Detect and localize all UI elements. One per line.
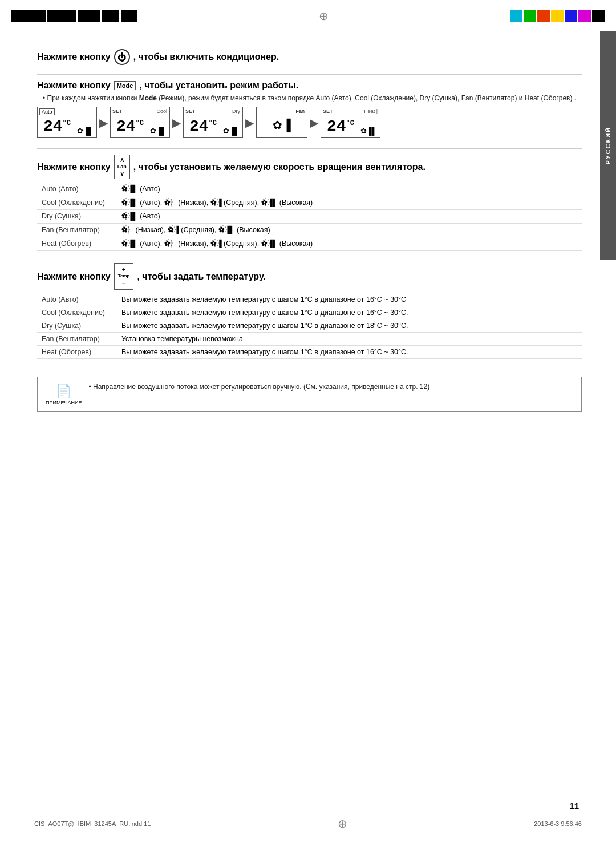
panel-cool: Cool SET 24°C ✿▐▌ xyxy=(110,107,170,138)
arrow-4: ▶ xyxy=(310,116,318,129)
section-temp-title: Нажмите кнопку + Temp − , чтобы задать т… xyxy=(37,263,582,290)
section-temp-title-pre: Нажмите кнопку xyxy=(37,272,111,282)
temp-btn-top: + xyxy=(122,265,125,273)
fan-mode-fan: Fan (Вентилятор) xyxy=(37,224,117,237)
display-cool: Cool SET 24°C ✿▐▌ xyxy=(110,107,170,138)
fan-row-cool: Cool (Охлаждение) ✿꙰▐▌ (Авто), ✿꙰▏ (Низк… xyxy=(37,196,582,210)
magenta-bar xyxy=(578,10,591,22)
display-dry: Dry SET 24°C ✿▐▌ xyxy=(183,107,243,138)
temp-mode-dry: Dry (Сушка) xyxy=(37,319,117,333)
blue-bar xyxy=(565,10,577,22)
note-section: 📄 ПРИМЕЧАНИЕ • Направление воздушного по… xyxy=(37,377,582,412)
fan-btn-mid: Fan xyxy=(117,164,127,170)
black-box-1 xyxy=(11,10,46,22)
fan-row-heat: Heat (Обогрев) ✿꙰▐▌ (Авто), ✿꙰▏ (Низкая)… xyxy=(37,237,582,251)
power-button-icon[interactable]: ⏻ xyxy=(114,49,130,65)
temp-table: Auto (Авто) Вы можете задавать желаемую … xyxy=(37,293,582,359)
fan-desc-auto: ✿꙰▐▌ (Авто) xyxy=(117,183,582,196)
section-power-title: Нажмите кнопку ⏻ , чтобы включить кондиц… xyxy=(37,49,582,65)
cyan-bar xyxy=(510,10,522,22)
section-temp-title-post: , чтобы задать температуру. xyxy=(137,272,265,282)
note-content: Направление воздушного потока может регу… xyxy=(93,383,429,391)
mode-bullet-text: • При каждом нажатии кнопки Mode (Режим)… xyxy=(43,94,582,102)
black-box-3 xyxy=(78,10,100,22)
fan-mode-dry: Dry (Сушка) xyxy=(37,210,117,224)
mode-bullet-content: При каждом нажатии кнопки Mode (Режим), … xyxy=(47,94,577,102)
display-heat: Heat | SET 24°C ✿▐▌ xyxy=(321,107,380,138)
temp-mode-heat: Heat (Обогрев) xyxy=(37,346,117,359)
dry-icons: ✿▐▌ xyxy=(223,127,240,135)
temp-mode-fan: Fan (Вентилятор) xyxy=(37,333,117,346)
panel-fan: Fan ✿▐ xyxy=(256,107,307,138)
temp-desc-heat: Вы можете задавать желаемую температуру … xyxy=(117,346,582,359)
panel-auto: Auto 24°C ✿▐▌ xyxy=(37,107,97,138)
temp-desc-cool: Вы можете задавать желаемую температуру … xyxy=(117,306,582,319)
temp-button[interactable]: + Temp − xyxy=(114,263,134,290)
fan-btn-bottom: ∨ xyxy=(120,170,124,177)
dry-set-label: SET xyxy=(185,108,196,114)
fan-mode-heat: Heat (Обогрев) xyxy=(37,237,117,251)
black-box-5 xyxy=(121,10,137,22)
auto-label: Auto xyxy=(39,108,55,115)
red-bar xyxy=(537,10,550,22)
black-box-4 xyxy=(102,10,119,22)
footer-right: 2013-6-3 9:56:46 xyxy=(534,820,582,827)
section-mode-title: Нажмите кнопку Mode , чтобы установить р… xyxy=(37,80,582,91)
page-number: 11 xyxy=(569,801,579,811)
display-auto: Auto 24°C ✿▐▌ xyxy=(37,107,97,138)
fan-desc-heat: ✿꙰▐▌ (Авто), ✿꙰▏ (Низкая), ✿꙰▐ (Средняя)… xyxy=(117,237,582,251)
heat-icons: ✿▐▌ xyxy=(360,127,377,135)
dry-mode-label: Dry xyxy=(232,108,240,114)
auto-icons: ✿▐▌ xyxy=(77,127,94,135)
section-temp: Нажмите кнопку + Temp − , чтобы задать т… xyxy=(37,257,582,365)
cool-mode-label: Cool xyxy=(156,108,167,114)
temp-row-fan: Fan (Вентилятор) Установка температуры н… xyxy=(37,333,582,346)
arrow-1: ▶ xyxy=(99,116,108,129)
temp-row-auto: Auto (Авто) Вы можете задавать желаемую … xyxy=(37,293,582,306)
heat-set-label: SET xyxy=(323,108,333,114)
sidebar-language-label: РУССКИЙ xyxy=(600,31,616,260)
note-text: • Направление воздушного потока может ре… xyxy=(88,383,429,391)
temp-desc-auto: Вы можете задавать желаемую температуру … xyxy=(117,293,582,306)
section-mode-title-post: , чтобы установить режим работы. xyxy=(139,80,298,91)
fan-speed-button[interactable]: ∧ Fan ∨ xyxy=(114,155,130,179)
temp-btn-mid: Temp xyxy=(118,273,130,279)
section-power-title-pre: Нажмите кнопку xyxy=(37,52,111,62)
yellow-bar xyxy=(551,10,564,22)
arrow-2: ▶ xyxy=(172,116,181,129)
fan-row-fan: Fan (Вентилятор) ✿꙰▏ (Низкая), ✿꙰▐ (Сред… xyxy=(37,224,582,237)
center-target-mark: ⊕ xyxy=(319,9,329,23)
section-fan-title-pre: Нажмите кнопку xyxy=(37,162,111,172)
fan-row-dry: Dry (Сушка) ✿꙰▐▌ (Авто) xyxy=(37,210,582,224)
section-fan-title-post: , чтобы установить желаемую скорость вра… xyxy=(133,162,425,172)
fan-desc-cool: ✿꙰▐▌ (Авто), ✿꙰▏ (Низкая), ✿꙰▐ (Средняя)… xyxy=(117,196,582,210)
footer-target-mark: ⊕ xyxy=(338,817,347,831)
temp-row-cool: Cool (Охлаждение) Вы можете задавать жел… xyxy=(37,306,582,319)
black-bar xyxy=(592,10,605,22)
fan-desc-dry: ✿꙰▐▌ (Авто) xyxy=(117,210,582,224)
temp-row-dry: Dry (Сушка) Вы можете задавать желаемую … xyxy=(37,319,582,333)
section-mode: Нажмите кнопку Mode , чтобы установить р… xyxy=(37,75,582,149)
display-fan: Fan ✿▐ xyxy=(256,107,307,138)
footer: CIS_AQ07T@_IBIM_31245A_RU.indd 11 ⊕ 2013… xyxy=(0,813,616,831)
cool-icons: ✿▐▌ xyxy=(150,127,167,135)
panel-dry: Dry SET 24°C ✿▐▌ xyxy=(183,107,243,138)
cool-set-label: SET xyxy=(112,108,123,114)
mode-display-panels: Auto 24°C ✿▐▌ ▶ Cool SET 24°C ✿▐▌ ▶ xyxy=(37,107,582,138)
fan-mode-auto: Auto (Авто) xyxy=(37,183,117,196)
fan-mode-label: Fan xyxy=(295,108,305,114)
fan-btn-top: ∧ xyxy=(120,156,124,164)
fan-row-auto: Auto (Авто) ✿꙰▐▌ (Авто) xyxy=(37,183,582,196)
panel-heat: Heat | SET 24°C ✿▐▌ xyxy=(321,107,380,138)
section-fan-title: Нажмите кнопку ∧ Fan ∨ , чтобы установит… xyxy=(37,155,582,179)
main-content: Нажмите кнопку ⏻ , чтобы включить кондиц… xyxy=(37,31,582,412)
section-power-title-post: , чтобы включить кондиционер. xyxy=(133,52,279,62)
note-document-icon: 📄 xyxy=(56,384,71,399)
mode-button-icon[interactable]: Mode xyxy=(114,81,136,90)
fan-desc-fan: ✿꙰▏ (Низкая), ✿꙰▐ (Средняя), ✿꙰▐▌ (Высок… xyxy=(117,224,582,237)
note-label: ПРИМЕЧАНИЕ xyxy=(46,400,82,406)
temp-mode-cool: Cool (Охлаждение) xyxy=(37,306,117,319)
note-icon-wrap: 📄 ПРИМЕЧАНИЕ xyxy=(46,383,82,406)
temp-btn-bottom: − xyxy=(122,280,125,288)
color-registration-bars xyxy=(510,10,605,22)
